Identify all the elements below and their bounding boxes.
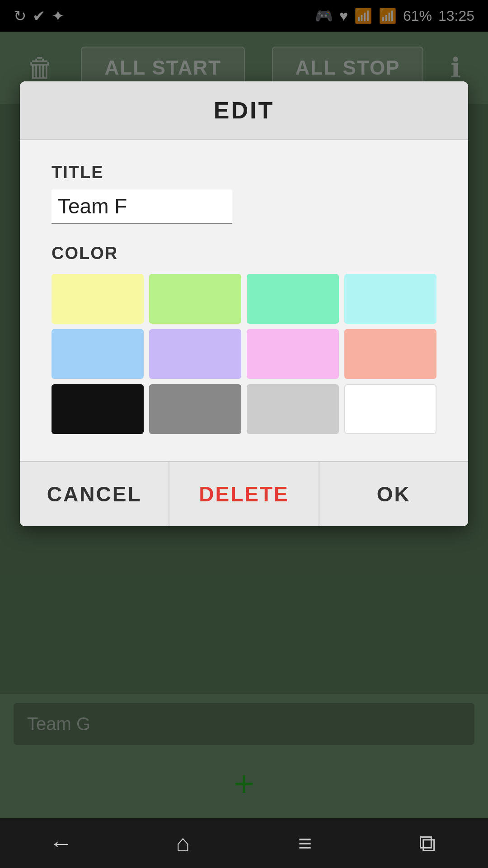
delete-button[interactable]: DELETE [169, 462, 318, 526]
menu-icon: ≡ [298, 830, 312, 857]
title-field-label: TITLE [52, 163, 436, 182]
color-grid [52, 274, 436, 434]
title-input[interactable] [52, 189, 232, 224]
menu-button[interactable]: ≡ [282, 827, 328, 859]
color-swatch-darkgray[interactable] [149, 384, 241, 434]
color-section: COLOR [52, 244, 436, 434]
color-swatch-cyan[interactable] [344, 274, 436, 324]
dialog-title: EDIT [214, 97, 274, 123]
color-swatch-white[interactable] [344, 384, 436, 434]
edit-dialog: EDIT TITLE COLOR [20, 81, 468, 526]
dialog-header: EDIT [20, 81, 468, 140]
dialog-body: TITLE COLOR [20, 140, 468, 461]
color-swatch-blue[interactable] [52, 329, 144, 379]
back-icon: ← [49, 830, 73, 857]
color-swatch-salmon[interactable] [344, 329, 436, 379]
home-button[interactable]: ⌂ [160, 827, 206, 859]
color-swatch-lavender[interactable] [149, 329, 241, 379]
color-swatch-black[interactable] [52, 384, 144, 434]
color-swatch-mint[interactable] [247, 274, 339, 324]
cancel-button[interactable]: CANCEL [20, 462, 169, 526]
bottom-nav: ← ⌂ ≡ ⧉ [0, 818, 488, 868]
ok-button[interactable]: OK [319, 462, 468, 526]
color-swatch-lime[interactable] [149, 274, 241, 324]
back-button[interactable]: ← [38, 827, 84, 859]
recent-button[interactable]: ⧉ [404, 827, 450, 859]
color-swatch-lightgray[interactable] [247, 384, 339, 434]
dialog-footer: CANCEL DELETE OK [20, 461, 468, 526]
color-swatch-pink[interactable] [247, 329, 339, 379]
color-swatch-yellow[interactable] [52, 274, 144, 324]
recent-icon: ⧉ [419, 830, 436, 857]
home-icon: ⌂ [176, 830, 190, 857]
color-field-label: COLOR [52, 244, 436, 263]
